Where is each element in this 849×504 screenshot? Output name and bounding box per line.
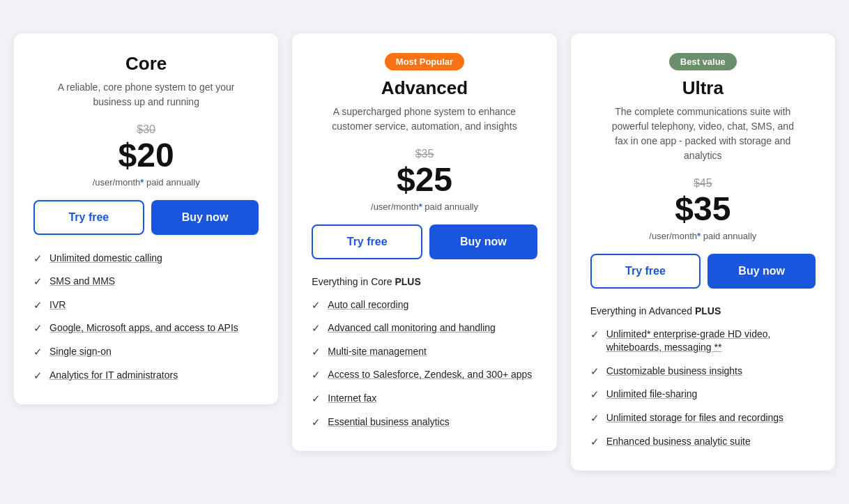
cta-buttons-advanced: Try free Buy now: [312, 224, 537, 259]
check-icon: ✓: [590, 365, 599, 378]
feature-item: ✓ Unlimited storage for files and record…: [590, 411, 816, 425]
buy-now-button-advanced[interactable]: Buy now: [429, 224, 537, 259]
feature-text: Single sign-on: [49, 345, 112, 359]
feature-text: Unlimited domestic calling: [49, 252, 162, 266]
original-price-core: $30: [33, 123, 259, 136]
original-price-ultra: $45: [590, 177, 816, 190]
plan-badge-advanced: Most Popular: [385, 53, 464, 70]
plan-header-core: Core A reliable, core phone system to ge…: [33, 53, 259, 109]
check-icon: ✓: [33, 369, 43, 382]
pricing-section-ultra: $45 $35 /user/month* paid annually: [590, 177, 816, 241]
buy-now-button-core[interactable]: Buy now: [151, 200, 259, 235]
check-icon: ✓: [312, 299, 321, 312]
feature-text: Multi-site management: [328, 345, 427, 359]
feature-item: ✓ Enhanced business analytic suite: [590, 435, 816, 449]
feature-item: ✓ Advanced call monitoring and handling: [312, 321, 537, 335]
feature-text: Google, Microsoft apps, and access to AP…: [49, 321, 238, 335]
feature-text: Customizable business insights: [606, 365, 742, 379]
plan-name-core: Core: [33, 53, 259, 75]
plan-card-ultra: Best value Ultra The complete communicat…: [571, 33, 835, 471]
feature-item: ✓ Unlimited* enterprise-grade HD video, …: [590, 328, 816, 355]
price-note-ultra: /user/month* paid annually: [590, 231, 816, 241]
feature-text: Unlimited file-sharing: [606, 388, 698, 402]
feature-item: ✓ Access to Salesforce, Zendesk, and 300…: [312, 368, 537, 382]
check-icon: ✓: [33, 322, 43, 335]
plan-name-advanced: Advanced: [312, 77, 537, 99]
price-asterisk: *: [419, 201, 422, 212]
feature-text: Access to Salesforce, Zendesk, and 300+ …: [328, 368, 532, 382]
plan-header-advanced: Most Popular Advanced A supercharged pho…: [312, 53, 537, 134]
plan-header-ultra: Best value Ultra The complete communicat…: [590, 53, 816, 163]
check-icon: ✓: [312, 369, 321, 381]
feature-item: ✓ Auto call recording: [312, 298, 537, 312]
feature-item: ✓ Single sign-on: [33, 345, 259, 359]
cta-buttons-ultra: Try free Buy now: [590, 254, 816, 289]
plan-card-core: Core A reliable, core phone system to ge…: [14, 33, 278, 404]
check-icon: ✓: [590, 436, 599, 448]
plan-card-advanced: Most Popular Advanced A supercharged pho…: [292, 33, 556, 451]
features-intro-ultra: Everything in Advanced PLUS: [590, 305, 816, 316]
pricing-section-advanced: $35 $25 /user/month* paid annually: [312, 148, 537, 212]
feature-text: SMS and MMS: [49, 275, 115, 289]
buy-now-button-ultra[interactable]: Buy now: [708, 254, 816, 289]
feature-item: ✓ Analytics for IT administrators: [33, 369, 259, 383]
check-icon: ✓: [33, 299, 43, 312]
check-icon: ✓: [33, 346, 43, 358]
cta-buttons-core: Try free Buy now: [33, 200, 259, 235]
feature-text: Unlimited storage for files and recordin…: [606, 411, 783, 425]
features-list-core: ✓ Unlimited domestic calling ✓ SMS and M…: [33, 252, 259, 383]
feature-text: IVR: [49, 298, 66, 312]
try-free-button-advanced[interactable]: Try free: [312, 224, 422, 259]
price-note-advanced: /user/month* paid annually: [312, 201, 537, 212]
check-icon: ✓: [590, 412, 599, 425]
plan-description-ultra: The complete communications suite with p…: [605, 105, 800, 163]
feature-item: ✓ SMS and MMS: [33, 275, 259, 289]
pricing-container: Core A reliable, core phone system to ge…: [14, 33, 835, 471]
feature-text: Enhanced business analytic suite: [606, 435, 751, 449]
check-icon: ✓: [33, 252, 43, 265]
original-price-advanced: $35: [312, 148, 537, 160]
pricing-section-core: $30 $20 /user/month* paid annually: [33, 123, 259, 188]
feature-item: ✓ Customizable business insights: [590, 365, 816, 379]
plan-name-ultra: Ultra: [590, 77, 816, 99]
feature-item: ✓ Unlimited domestic calling: [33, 252, 259, 266]
feature-item: ✓ Google, Microsoft apps, and access to …: [33, 321, 259, 335]
price-note-core: /user/month* paid annually: [33, 177, 259, 188]
price-asterisk: *: [697, 231, 701, 241]
plan-badge-ultra: Best value: [669, 53, 737, 70]
check-icon: ✓: [312, 416, 321, 429]
features-intro-advanced: Everything in Core PLUS: [312, 276, 537, 287]
plan-description-advanced: A supercharged phone system to enhance c…: [327, 105, 522, 134]
feature-item: ✓ Unlimited file-sharing: [590, 388, 816, 402]
plan-description-core: A reliable, core phone system to get you…: [49, 80, 244, 109]
feature-text: Analytics for IT administrators: [49, 369, 178, 383]
feature-text: Unlimited* enterprise-grade HD video, wh…: [606, 328, 816, 355]
check-icon: ✓: [590, 328, 599, 341]
check-icon: ✓: [312, 322, 321, 335]
current-price-ultra: $35: [590, 191, 816, 228]
feature-item: ✓ Essential business analytics: [312, 415, 537, 429]
try-free-button-core[interactable]: Try free: [33, 200, 144, 235]
check-icon: ✓: [33, 275, 43, 288]
current-price-advanced: $25: [312, 162, 537, 199]
feature-item: ✓ Internet fax: [312, 392, 537, 406]
feature-text: Advanced call monitoring and handling: [328, 321, 496, 335]
price-asterisk: *: [140, 177, 144, 188]
feature-text: Auto call recording: [328, 298, 408, 312]
current-price-core: $20: [33, 137, 259, 174]
check-icon: ✓: [590, 388, 599, 401]
features-list-ultra: ✓ Unlimited* enterprise-grade HD video, …: [590, 328, 816, 449]
check-icon: ✓: [312, 346, 321, 358]
feature-text: Essential business analytics: [328, 415, 449, 429]
check-icon: ✓: [312, 392, 321, 405]
feature-item: ✓ IVR: [33, 298, 259, 312]
feature-text: Internet fax: [328, 392, 376, 406]
features-list-advanced: ✓ Auto call recording ✓ Advanced call mo…: [312, 298, 537, 429]
try-free-button-ultra[interactable]: Try free: [590, 254, 701, 289]
feature-item: ✓ Multi-site management: [312, 345, 537, 359]
